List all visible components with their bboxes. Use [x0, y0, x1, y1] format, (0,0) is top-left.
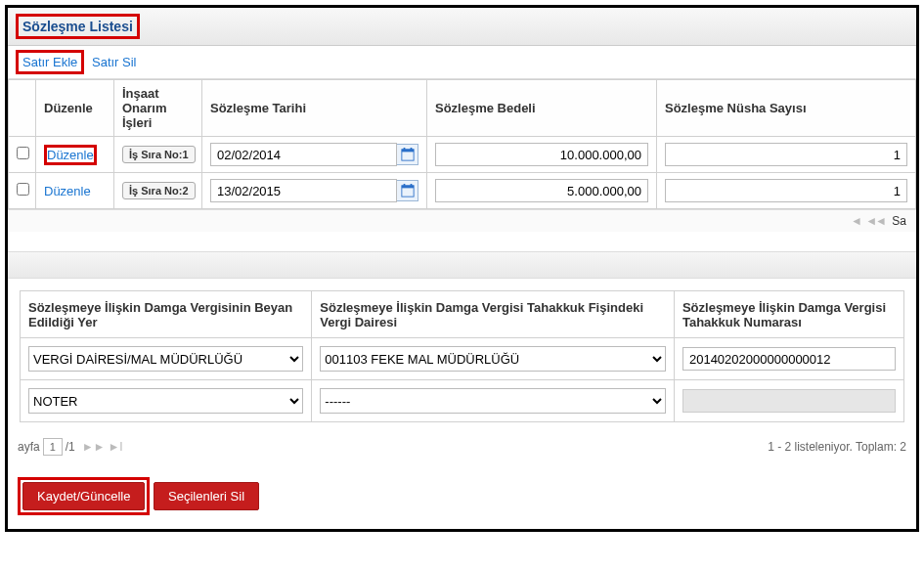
table-row: Düzenle İş Sıra No:2 [9, 173, 916, 209]
col-job: İnşaat Onarım İşleri [114, 80, 202, 137]
pager-last-icon[interactable]: ►I [108, 440, 122, 454]
copies-input[interactable] [665, 179, 907, 202]
col-accrual-no: Sözleşmeye İlişkin Damga Vergisi Tahakku… [674, 291, 903, 338]
pager-suffix: Sa [892, 214, 906, 228]
page-label: ayfa [18, 440, 40, 454]
contracts-table: Düzenle İnşaat Onarım İşleri Sözleşme Ta… [8, 79, 916, 209]
declared-place-select[interactable]: NOTER [28, 388, 303, 414]
svg-rect-7 [410, 184, 412, 187]
col-declared-place: Sözleşmeye İlişkin Damga Vergisinin Beya… [21, 291, 312, 338]
date-input[interactable] [210, 179, 397, 202]
svg-rect-2 [403, 148, 405, 151]
delete-selected-button[interactable]: Seçilenleri Sil [154, 482, 259, 510]
tax-table: Sözleşmeye İlişkin Damga Vergisinin Beya… [20, 290, 904, 422]
tax-office-select[interactable]: ------ [320, 388, 666, 414]
edit-link[interactable]: Düzenle [47, 148, 94, 162]
add-row-link[interactable]: Satır Ekle [19, 53, 81, 71]
job-badge: İş Sıra No:1 [122, 146, 196, 163]
row-checkbox[interactable] [17, 147, 29, 159]
row-checkbox[interactable] [17, 183, 29, 196]
pager-first-icon[interactable]: ◄◄ [865, 214, 885, 228]
svg-rect-6 [403, 184, 405, 187]
pager-next-icon[interactable]: ►► [82, 440, 106, 454]
action-bar: Kaydet/Güncelle Seçilenleri Sil [8, 460, 916, 529]
page-current[interactable]: 1 [43, 438, 63, 456]
tax-office-select[interactable]: 001103 FEKE MAL MÜDÜRLÜĞÜ [320, 346, 666, 372]
svg-rect-3 [410, 148, 412, 151]
job-badge: İş Sıra No:2 [122, 182, 196, 199]
declared-place-select[interactable]: VERGİ DAİRESİ/MAL MÜDÜRLÜĞÜ [28, 346, 303, 372]
section-tax: Sözleşmeye İlişkin Damga Vergisinin Beya… [8, 279, 916, 434]
divider-bar [8, 251, 916, 279]
table-row: Düzenle İş Sıra No:1 [9, 137, 916, 173]
col-copies: Sözleşme Nüsha Sayısı [657, 80, 916, 137]
calendar-icon[interactable] [397, 180, 418, 201]
panel-header: Sözleşme Listesi [8, 8, 916, 46]
footer-pager: ayfa 1 /1 ►► ►I 1 - 2 listeleniyor. Topl… [8, 434, 916, 460]
copies-input[interactable] [665, 143, 907, 166]
calendar-icon[interactable] [397, 144, 418, 165]
panel-title: Sözleşme Listesi [16, 14, 140, 39]
delete-row-link[interactable]: Satır Sil [88, 53, 141, 71]
col-tax-office: Sözleşmeye İlişkin Damga Vergisi Tahakku… [312, 291, 675, 338]
amount-input[interactable] [435, 143, 648, 166]
pager-strip: ◄ ◄◄ Sa [8, 209, 916, 232]
accrual-no-disabled [682, 389, 896, 413]
amount-input[interactable] [435, 179, 648, 202]
col-checkbox [9, 80, 36, 137]
page-total: /1 [66, 440, 75, 454]
col-date: Sözleşme Tarihi [202, 80, 427, 137]
edit-link[interactable]: Düzenle [44, 184, 91, 198]
toolbar: Satır Ekle Satır Sil [8, 46, 916, 79]
pager-prev-icon[interactable]: ◄ [851, 214, 862, 228]
accrual-no-input[interactable] [682, 347, 896, 371]
col-amount: Sözleşme Bedeli [427, 80, 657, 137]
save-button[interactable]: Kaydet/Güncelle [22, 482, 145, 510]
date-input[interactable] [210, 143, 397, 166]
table-row: VERGİ DAİRESİ/MAL MÜDÜRLÜĞÜ 001103 FEKE … [21, 338, 904, 380]
col-edit: Düzenle [36, 80, 114, 137]
app-frame: Sözleşme Listesi Satır Ekle Satır Sil Dü… [5, 5, 919, 532]
listing-summary: 1 - 2 listeleniyor. Toplam: 2 [768, 440, 906, 454]
table-row: NOTER ------ [21, 380, 904, 422]
